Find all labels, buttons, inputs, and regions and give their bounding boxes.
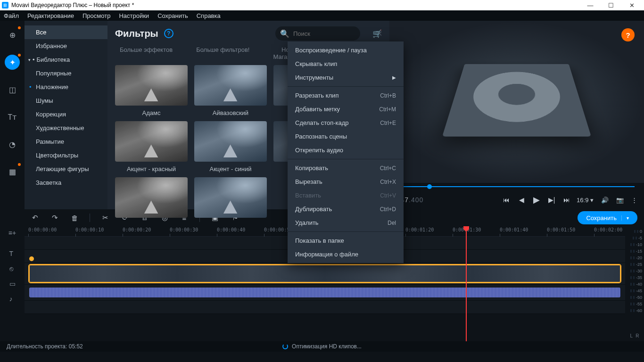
search-box[interactable]: 🔍 ✕	[275, 26, 360, 41]
clip-start-marker[interactable]	[29, 256, 34, 261]
filter-card[interactable]: Акцент - красный	[115, 121, 188, 175]
window-close-button[interactable]: ✕	[621, 2, 642, 9]
cat-correction[interactable]: Коррекция	[25, 107, 107, 121]
menu-view[interactable]: Просмотр	[83, 12, 110, 19]
redo-icon[interactable]: ↷	[50, 214, 59, 222]
player-more-icon[interactable]: ⋮	[631, 197, 637, 204]
track-video-icon[interactable]: ▭	[9, 280, 16, 288]
track-linked-audio[interactable]	[25, 285, 625, 301]
ctx-delete[interactable]: УдалитьDel	[288, 216, 404, 230]
seek-handle[interactable]	[427, 184, 432, 189]
ctx-show-in-folder[interactable]: Показать в папке	[288, 234, 404, 247]
preview-viewport[interactable]: ?	[389, 21, 644, 183]
ctx-add-marker[interactable]: Добавить меткуCtrl+M	[288, 102, 404, 116]
export-save-button[interactable]: Сохранить▾	[578, 211, 637, 224]
tool-stickers-icon[interactable]: ◔	[5, 137, 20, 152]
filter-card[interactable]: Акцент - синий	[194, 121, 267, 175]
cat-all[interactable]: Все	[25, 25, 107, 39]
meter-level: -55	[630, 302, 642, 306]
audio-meter: 0-5-10-15-20-25-30-35-40-45-50-55-60LR	[625, 226, 644, 341]
ctx-hide-clip[interactable]: Скрывать клип	[288, 57, 404, 71]
menu-edit[interactable]: Редактирование	[27, 12, 74, 19]
add-track-icon[interactable]: ≡+	[8, 229, 16, 237]
filter-thumb	[115, 65, 188, 106]
menu-bar: Файл Редактирование Просмотр Настройки С…	[0, 10, 644, 21]
player-prev-icon[interactable]: ⏮	[501, 196, 512, 204]
cat-lightleak[interactable]: Засветка	[25, 176, 107, 189]
cat-blur[interactable]: Размытие	[25, 135, 107, 148]
delete-icon[interactable]: 🗑	[70, 214, 79, 222]
menu-help[interactable]: Справка	[197, 12, 221, 19]
window-title: Movavi Видеоредактор Плюс – Новый проект…	[11, 2, 134, 8]
track-text-icon[interactable]: T	[9, 250, 16, 257]
ctx-play-pause[interactable]: Воспроизведение / пауза	[288, 43, 404, 57]
aspect-ratio-selector[interactable]: 16:9 ▾	[577, 197, 594, 204]
cut-icon[interactable]: ✂	[100, 214, 110, 222]
menu-settings[interactable]: Настройки	[119, 12, 149, 19]
cat-flying[interactable]: Летающие фигуры	[25, 162, 107, 176]
ruler-tick: 0:00:00:10	[75, 227, 104, 232]
tool-filters-icon[interactable]: ✦	[5, 55, 20, 70]
filter-thumb	[194, 121, 267, 162]
ctx-copy[interactable]: КопироватьCtrl+C	[288, 161, 404, 175]
status-duration: Длительность проекта: 05:52	[7, 343, 83, 350]
cat-group-library[interactable]: ▾•Библиотека	[25, 53, 107, 66]
track-audio-extra[interactable]: 🔊	[25, 301, 625, 314]
cat-popular[interactable]: Популярные	[25, 66, 107, 80]
window-maximize-button[interactable]: ☐	[601, 2, 621, 9]
preview-seekbar[interactable]	[389, 183, 644, 190]
track-video[interactable]: 👁🔊	[25, 263, 625, 285]
cat-colorfilters[interactable]: Цветофильтры	[25, 148, 107, 162]
ctx-cut[interactable]: ВырезатьCtrl+X	[288, 175, 404, 189]
filter-label: Адамс	[115, 106, 188, 119]
player-next-icon[interactable]: ⏭	[561, 196, 572, 204]
filter-card[interactable]: Айвазовский	[194, 65, 267, 119]
tool-transitions-icon[interactable]: ◫	[5, 82, 20, 97]
meter-level: -25	[630, 262, 642, 267]
player-snapshot-icon[interactable]: 📷	[616, 197, 624, 204]
track-audio-icon[interactable]: ♪	[9, 295, 16, 303]
cat-overlay[interactable]: Наложение	[25, 80, 107, 94]
ctx-detect-scenes[interactable]: Распознать сцены	[288, 130, 404, 143]
ctx-tools-submenu[interactable]: Инструменты▶	[288, 71, 404, 84]
preview-content	[442, 64, 591, 136]
filter-thumb[interactable]	[115, 177, 188, 218]
meter-level: -35	[630, 275, 642, 280]
player-stepback-icon[interactable]: ◀	[516, 196, 527, 204]
app-logo-icon	[2, 2, 8, 8]
category-sidebar: Все Избранное ▾•Библиотека Популярные На…	[25, 21, 107, 209]
ctx-split[interactable]: Разрезать клипCtrl+B	[288, 89, 404, 102]
window-minimize-button[interactable]: —	[580, 2, 601, 9]
video-clip[interactable]	[29, 265, 620, 282]
cat-artistic[interactable]: Художественные	[25, 121, 107, 135]
ctx-detach-audio[interactable]: Открепить аудио	[288, 143, 404, 157]
tool-titles-icon[interactable]: Tᴛ	[5, 109, 20, 124]
player-stepfwd-icon[interactable]: ▶|	[546, 196, 557, 204]
search-icon: 🔍	[280, 29, 289, 38]
timeline-left-gutter: ≡+ T ⎋ ▭ ♪	[0, 226, 25, 341]
search-input[interactable]	[293, 30, 372, 37]
help-button[interactable]: ?	[621, 28, 635, 41]
player-play-icon[interactable]: ▶	[531, 195, 542, 205]
tool-import-icon[interactable]: ⊕	[5, 27, 20, 42]
panel-help-icon[interactable]: ?	[164, 29, 173, 38]
ctx-file-info[interactable]: Информация о файле	[288, 247, 404, 261]
meter-level: -5	[633, 236, 642, 240]
filter-thumb[interactable]	[194, 177, 267, 218]
track-link-icon[interactable]: ⎋	[9, 265, 16, 272]
tool-more-icon[interactable]: ▦	[5, 164, 20, 179]
cat-favorites[interactable]: Избранное	[25, 39, 107, 53]
ctx-freeze-frame[interactable]: Сделать стоп-кадрCtrl+E	[288, 116, 404, 130]
cat-noise[interactable]: Шумы	[25, 94, 107, 107]
save-dropdown-icon[interactable]: ▾	[621, 215, 629, 221]
filter-card[interactable]: Адамс	[115, 65, 188, 119]
ruler-tick: 0:00:00:20	[123, 227, 151, 232]
store-cart-icon[interactable]: 🛒	[372, 29, 382, 38]
timeline-playhead[interactable]	[466, 226, 467, 341]
undo-icon[interactable]: ↶	[30, 214, 40, 222]
ctx-duplicate[interactable]: ДублироватьCtrl+D	[288, 202, 404, 216]
player-volume-icon[interactable]: 🔊	[601, 197, 609, 204]
menu-save[interactable]: Сохранить	[157, 12, 188, 19]
menu-file[interactable]: Файл	[4, 12, 19, 19]
audio-clip[interactable]	[29, 288, 620, 297]
